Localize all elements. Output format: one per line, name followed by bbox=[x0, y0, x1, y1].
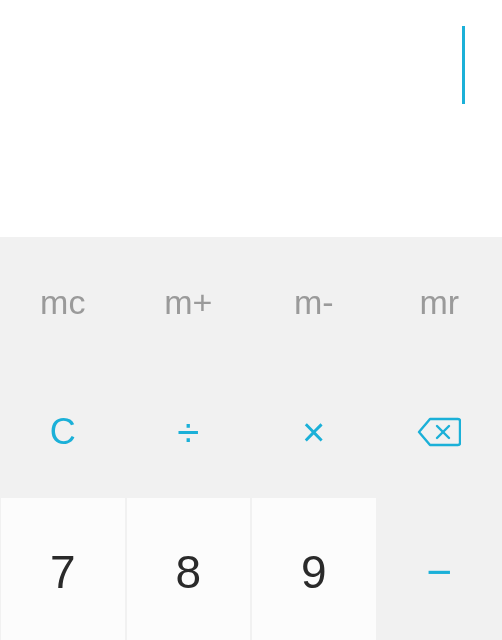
digit-9-label: 9 bbox=[301, 545, 327, 599]
memory-row: mc m+ m- mr bbox=[0, 237, 502, 367]
keypad: mc m+ m- mr C ÷ × bbox=[0, 237, 502, 640]
memory-recall-button[interactable]: mr bbox=[378, 238, 502, 366]
digit-7-label: 7 bbox=[50, 545, 76, 599]
backspace-icon bbox=[417, 417, 461, 447]
backspace-button[interactable] bbox=[378, 368, 502, 496]
minus-button[interactable]: − bbox=[378, 498, 502, 640]
calculator-display[interactable] bbox=[0, 0, 502, 237]
memory-plus-label: m+ bbox=[164, 283, 212, 322]
digit-9-button[interactable]: 9 bbox=[252, 498, 376, 640]
memory-recall-label: mr bbox=[419, 283, 459, 322]
clear-button[interactable]: C bbox=[1, 368, 125, 496]
memory-plus-button[interactable]: m+ bbox=[127, 238, 251, 366]
divide-label: ÷ bbox=[177, 410, 199, 455]
input-cursor bbox=[462, 26, 465, 104]
operator-row: C ÷ × bbox=[0, 367, 502, 497]
memory-minus-button[interactable]: m- bbox=[252, 238, 376, 366]
multiply-label: × bbox=[302, 410, 325, 455]
divide-button[interactable]: ÷ bbox=[127, 368, 251, 496]
digit-7-button[interactable]: 7 bbox=[1, 498, 125, 640]
memory-clear-button[interactable]: mc bbox=[1, 238, 125, 366]
digit-8-button[interactable]: 8 bbox=[127, 498, 251, 640]
digit-8-label: 8 bbox=[175, 545, 201, 599]
clear-label: C bbox=[50, 411, 76, 453]
multiply-button[interactable]: × bbox=[252, 368, 376, 496]
minus-label: − bbox=[426, 547, 452, 597]
memory-minus-label: m- bbox=[294, 283, 334, 322]
digits-row: 7 8 9 − bbox=[0, 497, 502, 640]
memory-clear-label: mc bbox=[40, 283, 85, 322]
